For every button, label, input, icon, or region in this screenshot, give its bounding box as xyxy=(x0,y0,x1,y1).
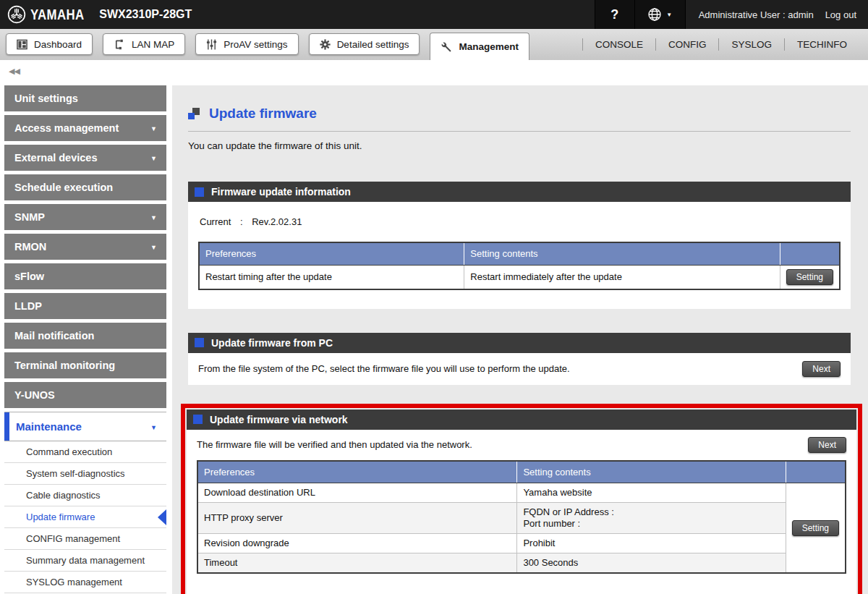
section-body: The firmware file will be verified and t… xyxy=(187,430,856,594)
gear-icon xyxy=(320,39,331,50)
sidebar-item-terminal-monitoring[interactable]: Terminal monitoring xyxy=(4,352,166,378)
network-update-description: The firmware file will be verified and t… xyxy=(197,439,808,450)
setting-value-cell: 300 Seconds xyxy=(517,553,786,574)
network-update-table: Preferences Setting contents Download de… xyxy=(197,460,846,574)
sidebar-item-y-unos[interactable]: Y-UNOS xyxy=(4,382,166,408)
page-subtitle: You can update the firmware of this unit… xyxy=(188,140,851,151)
current-separator: : xyxy=(240,216,243,227)
content-top-strip: ◀◀ xyxy=(0,60,868,85)
preference-cell: HTTP proxy server xyxy=(197,503,517,534)
sidebar-subitem-command-execution[interactable]: Command execution xyxy=(4,441,166,463)
preference-cell: Download destination URL xyxy=(197,483,517,503)
table-row: HTTP proxy server FQDN or IP Address : P… xyxy=(197,503,846,534)
sidebar-subitem-config-management[interactable]: CONFIG management xyxy=(4,528,166,550)
help-button[interactable]: ? xyxy=(595,0,635,29)
tab-label: Dashboard xyxy=(34,39,82,50)
sidebar-subitem-update-firmware[interactable]: Update firmware xyxy=(4,506,166,528)
sidebar-item-sflow[interactable]: sFlow xyxy=(4,263,166,289)
sidebar-item-label: LLDP xyxy=(14,300,42,312)
table-header-row: Preferences Setting contents xyxy=(199,242,840,265)
table-row: Restart timing after the update Restart … xyxy=(199,265,840,289)
quick-links: CONSOLE CONFIG SYSLOG TECHINFO xyxy=(582,29,859,60)
sidebar-subitem-syslog-management[interactable]: SYSLOG management xyxy=(4,572,166,593)
action-cell: Setting xyxy=(780,265,840,289)
sidebar-item-label: RMON xyxy=(14,241,46,253)
section-header: Update firmware via network xyxy=(187,410,856,430)
section-firmware-update-information: Firmware update information Current : Re… xyxy=(188,182,851,309)
sidebar-section-maintenance: Maintenance ▼ Command execution System s… xyxy=(4,412,166,593)
sidebar-item-label: Terminal monitoring xyxy=(14,360,115,371)
sidebar-subitem-label: Summary data management xyxy=(26,555,145,566)
action-cell: Setting xyxy=(786,483,846,574)
chevron-down-icon: ▼ xyxy=(150,234,157,260)
tab-proav-settings[interactable]: ProAV settings xyxy=(195,33,298,55)
sidebar-subitem-label: CONFIG management xyxy=(26,533,120,544)
dashboard-grid-icon xyxy=(17,39,27,50)
sidebar-item-label: External devices xyxy=(14,152,97,164)
setting-button[interactable]: Setting xyxy=(786,269,833,285)
main-content: Update firmware You can update the firmw… xyxy=(172,85,868,594)
tab-label: LAN MAP xyxy=(132,39,174,50)
link-syslog[interactable]: SYSLOG xyxy=(719,39,784,50)
link-techinfo[interactable]: TECHINFO xyxy=(785,39,859,50)
sidebar-subitem-label: SYSLOG management xyxy=(26,577,122,587)
preference-cell: Restart timing after the update xyxy=(199,265,464,289)
table-row: Download destination URL Yamaha website … xyxy=(197,483,846,503)
link-config[interactable]: CONFIG xyxy=(656,39,719,50)
setting-value-cell: Restart immediately after the update xyxy=(464,265,780,289)
globe-icon xyxy=(647,7,662,22)
sidebar-item-lldp[interactable]: LLDP xyxy=(4,293,166,319)
logout-button[interactable]: Log out xyxy=(825,9,856,20)
tab-management[interactable]: Management xyxy=(430,33,529,60)
sidebar-item-unit-settings[interactable]: Unit settings xyxy=(4,85,166,111)
sidebar-subitem-label: Cable diagnostics xyxy=(26,490,101,501)
sidebar-collapse-button[interactable]: ◀◀ xyxy=(9,67,20,76)
chevron-down-icon: ▼ xyxy=(666,12,672,18)
table-header-row: Preferences Setting contents xyxy=(197,461,846,483)
current-firmware-version: Rev.2.02.31 xyxy=(252,216,302,227)
sidebar-item-schedule-execution[interactable]: Schedule execution xyxy=(4,174,166,200)
table-row: Revision downgrade Prohibit xyxy=(197,534,846,553)
section-body: Current : Rev.2.02.31 Preferences Settin… xyxy=(188,202,851,309)
setting-button-network[interactable]: Setting xyxy=(792,520,839,536)
sliders-icon xyxy=(206,39,217,50)
highlight-red-box: Update firmware via network The firmware… xyxy=(181,404,862,594)
tab-detailed-settings[interactable]: Detailed settings xyxy=(309,33,420,55)
chevron-down-icon: ▼ xyxy=(150,413,157,442)
setting-value-cell: FQDN or IP Address : Port number : xyxy=(517,503,786,534)
sidebar-subitem-cable-diagnostics[interactable]: Cable diagnostics xyxy=(4,485,166,506)
logged-in-user-label: Administrative User : admin xyxy=(699,9,814,20)
sidebar-item-snmp[interactable]: SNMP ▼ xyxy=(4,204,166,230)
next-button-pc[interactable]: Next xyxy=(802,361,841,377)
brand-wordmark: YAMAHA xyxy=(30,6,85,23)
sidebar-item-mail-notification[interactable]: Mail notification xyxy=(4,323,166,349)
section-square-icon xyxy=(193,415,203,424)
proxy-port-line: Port number : xyxy=(523,518,779,530)
column-header-action xyxy=(780,242,840,265)
tab-lan-map[interactable]: LAN MAP xyxy=(103,33,185,55)
lan-map-tree-icon xyxy=(114,39,125,50)
sidebar-item-external-devices[interactable]: External devices ▼ xyxy=(4,145,166,171)
section-header: Firmware update information xyxy=(188,182,851,202)
preference-cell: Timeout xyxy=(197,553,517,574)
section-body: From the file system of the PC, select t… xyxy=(188,353,851,385)
sidebar-subitem-system-self-diagnostics[interactable]: System self-diagnostics xyxy=(4,463,166,485)
pc-update-description: From the file system of the PC, select t… xyxy=(198,363,802,374)
setting-value-cell: Yamaha website xyxy=(517,483,786,503)
sidebar-nav: Unit settings Access management ▼ Extern… xyxy=(0,85,172,594)
sidebar-item-label: sFlow xyxy=(14,271,44,282)
page-title-squares-icon xyxy=(188,108,200,119)
sidebar-item-label: Y-UNOS xyxy=(14,389,55,401)
sidebar-subitem-summary-data-management[interactable]: Summary data management xyxy=(4,550,166,572)
column-header-preferences: Preferences xyxy=(197,461,517,483)
sidebar-item-maintenance[interactable]: Maintenance ▼ xyxy=(4,412,166,441)
yamaha-logo: YAMAHA xyxy=(7,5,98,24)
tab-dashboard[interactable]: Dashboard xyxy=(6,33,93,55)
current-firmware-line: Current : Rev.2.02.31 xyxy=(200,216,841,227)
next-button-network[interactable]: Next xyxy=(808,437,846,453)
top-bar: YAMAHA SWX2310P-28GT ? ▼ Administrative … xyxy=(0,0,868,29)
sidebar-item-access-management[interactable]: Access management ▼ xyxy=(4,115,166,141)
language-selector[interactable]: ▼ xyxy=(635,0,686,29)
sidebar-item-rmon[interactable]: RMON ▼ xyxy=(4,234,166,260)
link-console[interactable]: CONSOLE xyxy=(583,39,655,50)
